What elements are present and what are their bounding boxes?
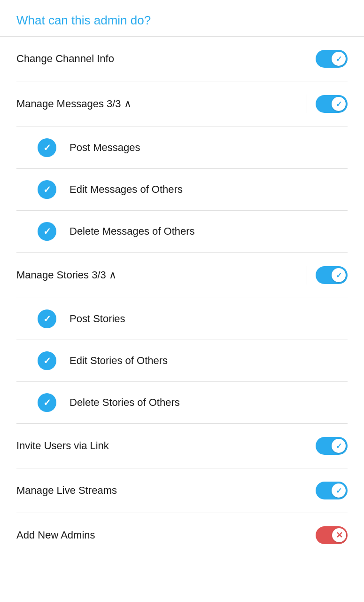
add-new-admins-label: Add New Admins bbox=[16, 529, 95, 541]
post-stories-row: ✓ Post Stories bbox=[0, 298, 364, 340]
manage-messages-toggle[interactable]: ✓ bbox=[316, 95, 348, 113]
add-new-admins-toggle[interactable]: ✕ bbox=[316, 526, 348, 544]
delete-messages-check[interactable]: ✓ bbox=[38, 222, 56, 241]
section-title: What can this admin do? bbox=[16, 13, 151, 27]
toggle-thumb: ✓ bbox=[332, 483, 346, 498]
edit-stories-check[interactable]: ✓ bbox=[38, 351, 56, 370]
check-icon: ✓ bbox=[336, 271, 342, 280]
delete-messages-label: Delete Messages of Others bbox=[70, 225, 195, 238]
manage-stories-row: Manage Stories 3/3 ∧ ✓ bbox=[0, 253, 364, 298]
delete-stories-row: ✓ Delete Stories of Others bbox=[0, 382, 364, 423]
change-channel-info-toggle[interactable]: ✓ bbox=[316, 50, 348, 68]
checkmark-icon: ✓ bbox=[43, 226, 51, 237]
manage-live-streams-label: Manage Live Streams bbox=[16, 484, 117, 497]
post-messages-row: ✓ Post Messages bbox=[0, 127, 364, 168]
manage-stories-toggle-group: ✓ bbox=[307, 266, 348, 285]
post-messages-check[interactable]: ✓ bbox=[38, 138, 56, 157]
check-icon: ✓ bbox=[336, 486, 342, 495]
check-icon: ✓ bbox=[336, 100, 342, 109]
delete-stories-label: Delete Stories of Others bbox=[70, 396, 180, 409]
manage-messages-toggle-group: ✓ bbox=[307, 95, 348, 113]
post-stories-check[interactable]: ✓ bbox=[38, 309, 56, 328]
check-icon: ✓ bbox=[336, 55, 342, 63]
edit-messages-row: ✓ Edit Messages of Others bbox=[0, 169, 364, 210]
toggle-section-divider bbox=[307, 95, 307, 113]
checkmark-icon: ✓ bbox=[43, 313, 51, 325]
checkmark-icon: ✓ bbox=[43, 184, 51, 195]
manage-messages-label: Manage Messages 3/3 ∧ bbox=[16, 98, 132, 110]
toggle-section-divider bbox=[307, 266, 307, 285]
edit-messages-label: Edit Messages of Others bbox=[70, 183, 183, 196]
toggle-thumb: ✕ bbox=[332, 528, 346, 542]
delete-messages-row: ✓ Delete Messages of Others bbox=[0, 211, 364, 252]
section-header: What can this admin do? bbox=[0, 0, 364, 36]
invite-users-toggle[interactable]: ✓ bbox=[316, 437, 348, 455]
manage-stories-label: Manage Stories 3/3 ∧ bbox=[16, 269, 116, 281]
admin-permissions-page: What can this admin do? Change Channel I… bbox=[0, 0, 364, 557]
edit-messages-check[interactable]: ✓ bbox=[38, 180, 56, 199]
checkmark-icon: ✓ bbox=[43, 355, 51, 366]
toggle-thumb: ✓ bbox=[332, 52, 346, 66]
manage-messages-row: Manage Messages 3/3 ∧ ✓ bbox=[0, 81, 364, 127]
manage-live-streams-toggle[interactable]: ✓ bbox=[316, 482, 348, 499]
toggle-thumb: ✓ bbox=[332, 439, 346, 453]
post-stories-label: Post Stories bbox=[70, 313, 125, 325]
delete-stories-check[interactable]: ✓ bbox=[38, 393, 56, 412]
checkmark-icon: ✓ bbox=[43, 142, 51, 153]
edit-stories-row: ✓ Edit Stories of Others bbox=[0, 340, 364, 381]
checkmark-icon: ✓ bbox=[43, 397, 51, 408]
manage-stories-toggle[interactable]: ✓ bbox=[316, 266, 348, 284]
x-icon: ✕ bbox=[336, 530, 343, 540]
manage-live-streams-row: Manage Live Streams ✓ bbox=[0, 468, 364, 513]
post-messages-label: Post Messages bbox=[70, 142, 140, 154]
change-channel-info-label: Change Channel Info bbox=[16, 53, 114, 65]
add-new-admins-row: Add New Admins ✕ bbox=[0, 513, 364, 557]
change-channel-info-row: Change Channel Info ✓ bbox=[0, 37, 364, 81]
toggle-thumb: ✓ bbox=[332, 268, 346, 282]
edit-stories-label: Edit Stories of Others bbox=[70, 355, 168, 367]
invite-users-row: Invite Users via Link ✓ bbox=[0, 424, 364, 468]
invite-users-label: Invite Users via Link bbox=[16, 440, 109, 452]
check-icon: ✓ bbox=[336, 442, 342, 451]
toggle-thumb: ✓ bbox=[332, 97, 346, 111]
